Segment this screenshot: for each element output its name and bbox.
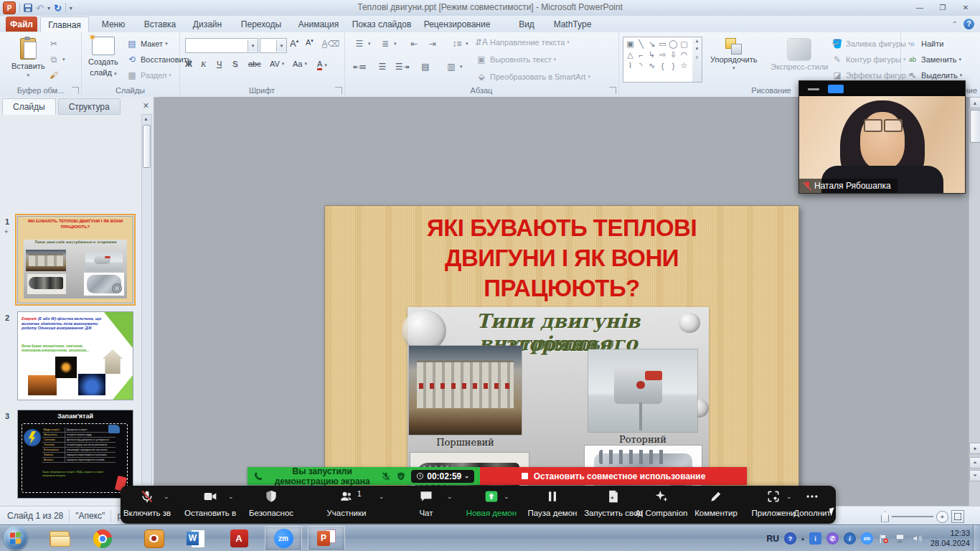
strikethrough-button[interactable]: abc	[248, 60, 261, 68]
paragraph-dialog-launcher[interactable]	[609, 87, 616, 94]
taskbar-explorer[interactable]	[41, 526, 78, 551]
quick-styles-button[interactable]: Экспресс-стили	[771, 38, 828, 71]
font-name-select[interactable]: ▾	[185, 38, 258, 53]
slide1-thumbnail[interactable]: ЯКІ БУВАЮТЬ ТЕПЛОВІ ДВИГУНИ І ЯК ВОНИ ПР…	[17, 216, 133, 303]
undo-icon[interactable]: ↶	[36, 3, 44, 14]
pause-share-button[interactable]: Пауза демон	[518, 489, 587, 517]
powerpoint-app-icon[interactable]: P	[3, 1, 16, 14]
text-direction-button[interactable]: ⇵AНаправление текста▾	[475, 37, 570, 48]
zoom-tray-icon[interactable]: zm	[861, 532, 873, 545]
stop-share-button[interactable]: Остановить совместное использование	[480, 467, 747, 485]
new-slide-button[interactable]: Создать слайд ▾	[88, 37, 118, 77]
tab-mathtype[interactable]: MathType	[545, 17, 600, 32]
align-left-button[interactable]: ⯬☰	[353, 61, 366, 72]
slide3-thumbnail[interactable]: Запам'ятай Види енергіїДжерела енергії М…	[17, 410, 133, 499]
scroll-down-button[interactable]: ▼	[969, 443, 980, 454]
restore-button[interactable]: ❐	[931, 0, 954, 15]
chat-chevron[interactable]: ⌄	[447, 493, 453, 500]
align-text-button[interactable]: ▣Выровнять текст▾	[475, 54, 556, 65]
next-slide-button[interactable]: ⏷	[969, 470, 980, 481]
replace-button[interactable]: abЗаменить▾	[906, 54, 961, 65]
panel-scroll-thumb[interactable]	[143, 125, 151, 168]
underline-button[interactable]: Ч	[217, 60, 222, 68]
more-button[interactable]: Дополнит	[778, 489, 847, 517]
theme-name[interactable]: "Апекс"	[75, 511, 105, 521]
taskbar-powerpoint[interactable]: P	[308, 526, 345, 551]
panel-scrollbar[interactable]: ▲ ▼	[141, 114, 152, 503]
previous-slide-button[interactable]: ⏶	[969, 457, 980, 468]
bold-button[interactable]: Ж	[185, 60, 192, 68]
save-icon[interactable]	[24, 4, 32, 12]
security-button[interactable]: Безопаснос	[237, 489, 306, 517]
copy-button[interactable]: ⧉▾	[47, 54, 65, 65]
columns-button[interactable]: ▥▾	[445, 61, 463, 72]
bullets-button[interactable]: ☰▾	[353, 38, 371, 50]
participants-button[interactable]: Участники	[312, 489, 381, 517]
shape-outline-button[interactable]: ✎Контур фигуры▾	[831, 54, 905, 65]
cut-button[interactable]: ✂	[47, 38, 60, 50]
info-circle-icon[interactable]: i	[844, 532, 856, 545]
minimize-button[interactable]: —	[908, 0, 931, 15]
character-spacing-button[interactable]: AV▾	[270, 60, 284, 68]
font-dialog-launcher[interactable]	[335, 87, 342, 94]
select-button[interactable]: ⇖Выделить▾	[906, 70, 962, 81]
shrink-font-button[interactable]: A▾	[306, 38, 314, 47]
scroll-up-icon[interactable]: ▲	[142, 116, 150, 121]
shapes-gallery[interactable]: ▣╲↘▭◯▢ △⌐↳⇨⇩◠ ⌇◝∿{}☆	[623, 37, 693, 83]
viber-icon[interactable]: ✆	[826, 532, 839, 545]
taskbar-word[interactable]: W	[177, 526, 215, 551]
language-switcher[interactable]: RU	[767, 534, 779, 544]
animation-star-icon[interactable]: ✦	[4, 228, 9, 235]
tab-slides-thumbnails[interactable]: Слайды	[2, 98, 56, 115]
tab-review[interactable]: Рецензирование	[416, 17, 498, 32]
tab-outline[interactable]: Структура	[58, 98, 121, 115]
vertical-scrollbar[interactable]: ▲ ▼ ⏶ ⏷	[969, 97, 980, 506]
taskbar-zoom[interactable]: zm	[265, 526, 302, 551]
tab-animations[interactable]: Анимация	[290, 17, 347, 32]
section-button[interactable]: ▦Раздел▾	[126, 70, 171, 81]
line-spacing-button[interactable]: ↕≡▾	[451, 38, 468, 50]
hidden-icons-chevron[interactable]: ▴	[801, 535, 804, 542]
tab-slideshow[interactable]: Показ слайдов	[349, 17, 415, 32]
help-icon[interactable]: ?	[963, 19, 974, 29]
redo-icon[interactable]: ↻	[54, 3, 62, 14]
new-share-button[interactable]: Новая демон	[457, 489, 526, 517]
scroll-thumb[interactable]	[970, 110, 980, 143]
share-chevron[interactable]: ⌄	[504, 493, 509, 500]
find-button[interactable]: ⌕Найти	[906, 38, 943, 50]
arrange-button[interactable]: Упорядочить▾	[710, 38, 757, 71]
tab-view[interactable]: Вид	[511, 17, 542, 32]
decrease-indent-button[interactable]: ⇤	[407, 38, 420, 50]
start-button[interactable]	[4, 526, 28, 550]
format-painter-button[interactable]: 🖌	[47, 70, 60, 81]
clipboard-dialog-launcher[interactable]	[72, 87, 79, 94]
info-tile-icon[interactable]: i	[809, 532, 821, 545]
video-options-chevron[interactable]: ⌄	[228, 493, 234, 500]
zoom-slider-track[interactable]	[892, 516, 933, 517]
tab-menu[interactable]: Меню	[92, 17, 135, 32]
participants-chevron[interactable]: ⌄	[379, 493, 385, 500]
tab-insert[interactable]: Вставка	[138, 17, 182, 32]
clear-formatting-button[interactable]: A̲⌫	[324, 38, 337, 50]
unmute-button[interactable]: Включить зв	[113, 489, 182, 517]
tab-design[interactable]: Дизайн	[185, 17, 230, 32]
shape-effects-button[interactable]: ◪Эффекты фигур▾	[831, 70, 910, 81]
shapes-scroll[interactable]: ▲▼≡	[692, 37, 702, 83]
zoom-in-button[interactable]: +	[936, 511, 948, 523]
taskbar-image-viewer[interactable]	[136, 526, 173, 551]
volume-icon[interactable]	[912, 533, 923, 544]
minimize-video-icon[interactable]	[808, 88, 819, 90]
align-right-button[interactable]: ☰⯮	[396, 61, 409, 72]
slide2-thumbnail[interactable]: Енергія (E або W)-фізична величина, що в…	[17, 311, 133, 400]
clock[interactable]: 12:33 28.04.2024	[930, 529, 970, 549]
help-tray-icon[interactable]: ?	[784, 532, 796, 545]
layout-button[interactable]: ▤Макет▾	[126, 38, 168, 50]
zoom-slider-thumb[interactable]	[881, 512, 889, 522]
meeting-timer[interactable]: 00:02:59 ⌄	[411, 470, 474, 483]
font-color-button[interactable]: A▾	[317, 60, 327, 70]
action-center-flag-icon[interactable]	[878, 533, 890, 545]
panel-close-icon[interactable]: ✕	[143, 101, 149, 114]
scroll-up-button[interactable]: ▲	[969, 97, 980, 108]
collapse-ribbon-icon[interactable]: ⌃	[952, 20, 958, 28]
increase-indent-button[interactable]: ⇥	[426, 38, 439, 50]
